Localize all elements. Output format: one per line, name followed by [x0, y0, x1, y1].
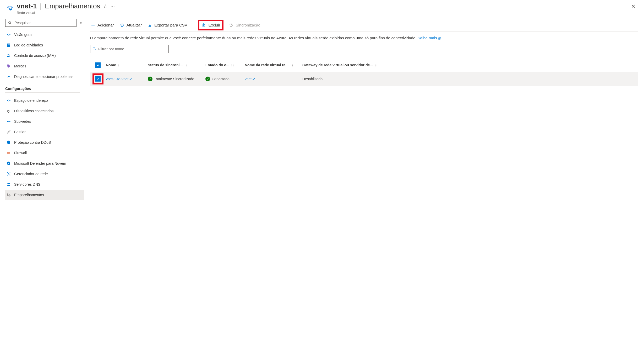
export-csv-button[interactable]: Exportar para CSV	[147, 22, 188, 29]
pin-star-icon[interactable]: ☆	[103, 3, 107, 9]
nav-dns-servers[interactable]: Servidores DNS	[5, 179, 84, 190]
select-all-cell[interactable]	[90, 62, 106, 68]
nav-label: Firewall	[14, 151, 27, 155]
sort-icon: ↑↓	[231, 63, 234, 67]
svg-line-37	[9, 173, 10, 174]
nav-section-settings: Configurações	[5, 87, 80, 93]
collapse-sidebar-icon[interactable]: «	[80, 21, 82, 25]
table-header-row: Nome ↑↓ Status de sincroni... ↑↓ Estado …	[90, 58, 638, 72]
remote-vnet-link[interactable]: vnet-2	[245, 77, 255, 81]
svg-point-3	[9, 22, 11, 24]
peerings-table: Nome ↑↓ Status de sincroni... ↑↓ Estado …	[90, 58, 638, 86]
col-header-sync[interactable]: Status de sincroni... ↑↓	[148, 63, 205, 67]
checkbox-checked-icon	[95, 62, 101, 68]
svg-line-4	[10, 23, 12, 24]
nav-iam[interactable]: Controle de acesso (IAM)	[5, 50, 84, 61]
nav-firewall[interactable]: Firewall	[5, 148, 84, 158]
sidebar-search-input[interactable]	[14, 21, 74, 25]
filter-by-name[interactable]	[90, 45, 169, 53]
nav-subnets[interactable]: Sub-redes	[5, 116, 84, 127]
col-label: Status de sincroni...	[148, 63, 183, 67]
nav-top-list: Visão geral Log de atividades Controle d…	[5, 29, 84, 82]
svg-point-12	[9, 55, 10, 55]
nav-peerings[interactable]: Emparelhamentos	[5, 190, 84, 200]
success-icon	[205, 77, 210, 81]
col-header-remote[interactable]: Nome da rede virtual re... ↑↓	[245, 63, 302, 67]
nav-address-space[interactable]: Espaço de endereço	[5, 95, 84, 106]
close-icon[interactable]: ✕	[629, 2, 638, 10]
nav-label: Espaço de endereço	[14, 98, 48, 103]
page-header: vnet-1 | Emparelhamentos ☆ ··· Rede virt…	[0, 0, 644, 15]
filter-input[interactable]	[98, 47, 166, 51]
nav-connected-devices[interactable]: Dispositivos conectados	[5, 106, 84, 116]
main-content: Adicionar Atualizar Exportar para CSV |	[84, 19, 644, 352]
shield-icon	[6, 140, 11, 145]
nav-label: Bastion	[14, 130, 26, 134]
svg-line-58	[95, 49, 96, 50]
nav-label: Diagnosticar e solucionar problemas	[14, 74, 73, 79]
nav-bastion[interactable]: Bastion	[5, 127, 84, 137]
toolbar-label: Adicionar	[97, 23, 114, 27]
add-button[interactable]: Adicionar	[90, 22, 114, 29]
gateway-value: Desabilitado	[302, 77, 323, 81]
col-header-name[interactable]: Nome ↑↓	[106, 63, 148, 67]
tag-icon	[6, 64, 11, 68]
toolbar-separator: |	[193, 23, 194, 27]
nav-activity-log[interactable]: Log de atividades	[5, 40, 84, 50]
wrench-icon	[6, 74, 11, 79]
nav-ddos[interactable]: Proteção contra DDoS	[5, 137, 84, 148]
sort-icon: ↑↓	[374, 63, 378, 67]
svg-point-45	[9, 195, 10, 196]
firewall-icon	[6, 151, 11, 155]
vnet-small-icon	[6, 32, 11, 37]
svg-rect-26	[7, 152, 10, 154]
sort-icon: ↑↓	[184, 63, 187, 67]
peering-name-link[interactable]: vnet-1-to-vnet-2	[106, 77, 132, 81]
sync-icon	[229, 23, 233, 28]
subnet-icon	[6, 119, 11, 124]
nav-label: Controle de acesso (IAM)	[14, 54, 56, 58]
table-row[interactable]: vnet-1-to-vnet-2 Totalmente Sincronizado	[90, 72, 638, 86]
refresh-icon	[120, 23, 124, 28]
sort-icon: ↑↓	[290, 63, 293, 67]
nav-label: Microsoft Defender para Nuvem	[14, 161, 66, 166]
sidebar: « Visão geral Log de atividades	[0, 19, 84, 352]
svg-point-23	[7, 133, 8, 134]
nav-overview[interactable]: Visão geral	[5, 29, 84, 40]
nav-settings-list: Espaço de endereço Dispositivos conectad…	[5, 95, 84, 200]
sync-status: Totalmente Sincronizado	[148, 77, 194, 81]
refresh-button[interactable]: Atualizar	[119, 22, 142, 29]
svg-point-42	[7, 183, 8, 184]
col-header-gateway[interactable]: Gateway de rede virtual ou servidor de..…	[302, 63, 638, 67]
description-text: O emparelhamento de rede virtual permite…	[90, 35, 638, 41]
download-icon	[148, 23, 152, 28]
toolbar: Adicionar Atualizar Exportar para CSV |	[90, 19, 638, 31]
nav-label: Proteção contra DDoS	[14, 140, 51, 145]
col-header-state[interactable]: Estado do e... ↑↓	[205, 63, 245, 67]
nav-tags[interactable]: Marcas	[5, 61, 84, 71]
delete-button[interactable]: Excluir	[201, 22, 221, 29]
defender-icon	[6, 161, 11, 166]
sync-button: Sincronização	[228, 22, 261, 29]
peering-state: Conectado	[205, 77, 230, 81]
nav-label: Marcas	[14, 64, 26, 68]
highlight-row-checkbox	[92, 73, 103, 84]
log-icon	[6, 43, 11, 47]
col-label: Nome da rede virtual re...	[245, 63, 288, 67]
col-label: Gateway de rede virtual ou servidor de..…	[302, 63, 373, 67]
sidebar-search[interactable]	[5, 19, 77, 27]
nav-diagnose[interactable]: Diagnosticar e solucionar problemas	[5, 71, 84, 82]
toolbar-label: Exportar para CSV	[154, 23, 187, 27]
plus-icon	[91, 23, 95, 28]
svg-point-44	[7, 194, 8, 195]
more-actions-icon[interactable]: ···	[111, 4, 115, 9]
nav-label: Dispositivos conectados	[14, 109, 53, 113]
trash-icon	[201, 23, 206, 28]
nav-defender[interactable]: Microsoft Defender para Nuvem	[5, 158, 84, 169]
row-select-cell[interactable]	[90, 73, 106, 84]
checkbox-checked-icon	[95, 76, 101, 82]
learn-more-link[interactable]: Saiba mais	[418, 36, 441, 40]
svg-point-43	[7, 185, 8, 185]
nav-network-manager[interactable]: Gerenciador de rede	[5, 169, 84, 179]
address-space-icon	[6, 98, 11, 103]
